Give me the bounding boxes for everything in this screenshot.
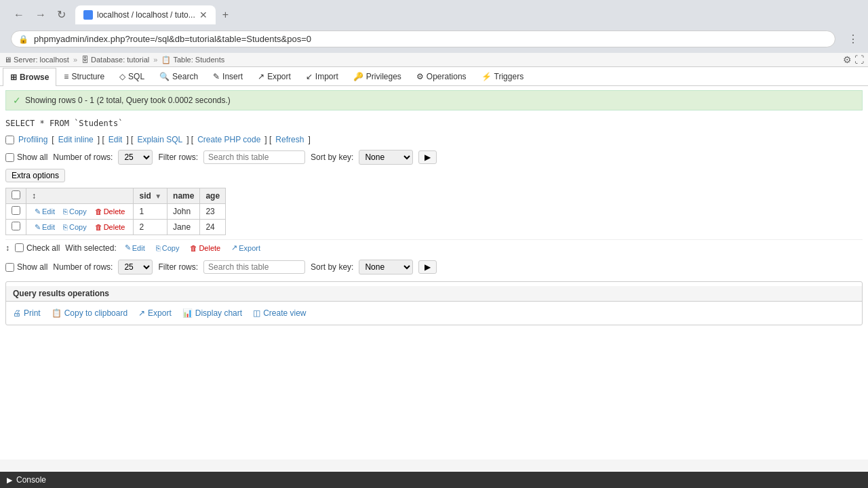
- back-button[interactable]: ←: [9, 7, 28, 22]
- search-icon: 🔍: [159, 72, 170, 81]
- profiling-link[interactable]: Profiling: [18, 135, 47, 144]
- tab-insert[interactable]: ✎ Insert: [205, 67, 250, 85]
- show-all-label[interactable]: Show all: [5, 152, 47, 162]
- selected-export-button[interactable]: ↗ Export: [229, 243, 263, 253]
- tab-sql[interactable]: ◇ SQL: [112, 67, 152, 85]
- tab-import[interactable]: ↙ Import: [298, 67, 346, 85]
- server-breadcrumb[interactable]: 🖥 Server: localhost: [4, 56, 69, 64]
- th-sid[interactable]: sid ▼: [134, 188, 167, 204]
- fullscreen-button[interactable]: ⛶: [854, 54, 864, 65]
- print-button[interactable]: 🖨 Print: [13, 308, 41, 318]
- tab-search-label: Search: [172, 72, 198, 81]
- tab-operations[interactable]: ⚙ Operations: [409, 67, 474, 85]
- sort-button-bottom[interactable]: ▶: [418, 260, 437, 274]
- edit-link[interactable]: Edit: [108, 135, 123, 144]
- display-chart-button[interactable]: 📊 Display chart: [182, 308, 242, 318]
- row2-edit-button[interactable]: ✎ Edit: [32, 222, 58, 232]
- new-tab-button[interactable]: +: [216, 5, 235, 25]
- tab-privileges[interactable]: 🔑 Privileges: [346, 67, 409, 85]
- selected-edit-button[interactable]: ✎ Edit: [122, 243, 148, 253]
- row2-checkbox[interactable]: [12, 222, 20, 230]
- row1-checkbox[interactable]: [12, 206, 20, 215]
- query-ops-title: Query results operations: [6, 286, 862, 302]
- sid-col-label: sid: [139, 191, 151, 201]
- create-php-link[interactable]: Create PHP code: [197, 135, 260, 144]
- rows-select-top[interactable]: 25 50 100 All: [118, 150, 153, 165]
- tab-operations-label: Operations: [427, 72, 467, 81]
- number-of-rows-label: Number of rows:: [53, 152, 113, 162]
- filter-input-bottom[interactable]: [203, 260, 305, 274]
- row1-name: John: [167, 204, 200, 220]
- forward-button[interactable]: →: [31, 7, 50, 22]
- row2-delete-button[interactable]: 🗑 Delete: [92, 222, 128, 232]
- extra-options-button[interactable]: Extra options: [5, 169, 65, 182]
- filter-input-top[interactable]: [203, 150, 305, 164]
- settings-button[interactable]: ⚙: [843, 54, 852, 65]
- privileges-icon: 🔑: [353, 72, 363, 81]
- check-all-button[interactable]: Check all: [15, 243, 60, 253]
- filter-rows-bottom-label: Filter rows:: [158, 262, 198, 272]
- db-breadcrumb[interactable]: 🗄 Database: tutorial: [81, 56, 149, 64]
- check-all-label: Check all: [26, 243, 60, 253]
- create-view-button[interactable]: ◫ Create view: [253, 308, 306, 318]
- profiling-checkbox[interactable]: [5, 136, 14, 144]
- export-results-button[interactable]: ↗ Export: [138, 308, 172, 318]
- sort-button-top[interactable]: ▶: [418, 150, 437, 164]
- insert-icon: ✎: [213, 72, 220, 81]
- sql-icon: ◇: [119, 72, 125, 81]
- row2-copy-button[interactable]: ⎘ Copy: [60, 222, 90, 232]
- select-all-checkbox[interactable]: [12, 190, 20, 199]
- table-breadcrumb[interactable]: 📋 Table: Students: [161, 56, 224, 64]
- row2-checkbox-cell: [6, 220, 26, 235]
- tab-browse[interactable]: ⊞ Browse: [3, 68, 56, 86]
- show-all-checkbox[interactable]: [5, 153, 14, 162]
- server-icon: 🖥: [4, 56, 12, 64]
- tab-search[interactable]: 🔍 Search: [152, 67, 205, 85]
- show-all-bottom-label[interactable]: Show all: [5, 262, 47, 272]
- selected-copy-icon: ⎘: [156, 244, 161, 252]
- selected-delete-button[interactable]: 🗑 Delete: [187, 243, 223, 253]
- operations-icon: ⚙: [416, 72, 424, 81]
- row1-edit-button[interactable]: ✎ Edit: [32, 207, 58, 217]
- selected-copy-button[interactable]: ⎘ Copy: [153, 243, 182, 253]
- import-icon: ↙: [306, 72, 313, 81]
- browser-menu-button[interactable]: ⋮: [844, 31, 863, 47]
- th-age[interactable]: age: [200, 188, 226, 204]
- row1-delete-button[interactable]: 🗑 Delete: [92, 207, 128, 216]
- th-name[interactable]: name: [167, 188, 200, 204]
- sort-select-bottom[interactable]: None: [359, 260, 413, 274]
- selected-delete-icon: 🗑: [190, 244, 197, 252]
- row2-sid: 2: [134, 220, 167, 235]
- data-table: ↕ sid ▼ name age: [5, 188, 226, 235]
- tab-structure[interactable]: ≡ Structure: [56, 67, 112, 85]
- delete-icon: 🗑: [95, 207, 102, 216]
- tab-export[interactable]: ↗ Export: [250, 67, 298, 85]
- show-all-checkbox-bottom[interactable]: [5, 263, 14, 272]
- row2-age: 24: [200, 220, 226, 235]
- sort-select-top[interactable]: None: [359, 150, 413, 165]
- refresh-button[interactable]: ↻: [53, 7, 70, 22]
- browser-tab[interactable]: localhost / localhost / tuto... ✕: [75, 5, 216, 24]
- export-results-label: Export: [148, 308, 172, 318]
- address-bar[interactable]: 🔒 phpmyadmin/index.php?route=/sql&db=tut…: [11, 30, 835, 47]
- copy-clipboard-button[interactable]: 📋 Copy to clipboard: [52, 308, 127, 318]
- success-icon: ✓: [13, 95, 21, 106]
- row1-sid: 1: [134, 204, 167, 220]
- check-all-inner-checkbox[interactable]: [15, 243, 24, 252]
- tab-insert-label: Insert: [222, 72, 243, 81]
- explain-sql-link[interactable]: Explain SQL: [137, 135, 182, 144]
- sid-sort-icon: ▼: [155, 192, 161, 200]
- refresh-link[interactable]: Refresh: [275, 135, 304, 144]
- row1-copy-button[interactable]: ⎘ Copy: [60, 207, 90, 216]
- tab-close-button[interactable]: ✕: [199, 9, 208, 20]
- create-view-label: Create view: [263, 308, 306, 318]
- edit-inline-link[interactable]: Edit inline: [58, 135, 94, 144]
- tab-triggers[interactable]: ⚡ Triggers: [474, 67, 532, 85]
- age-col-label: age: [205, 191, 220, 201]
- profiling-sep: [: [52, 135, 54, 144]
- tab-export-label: Export: [267, 72, 291, 81]
- rows-select-bottom[interactable]: 25 50 100 All: [118, 260, 153, 274]
- row2-name: Jane: [167, 220, 200, 235]
- copy-clipboard-label: Copy to clipboard: [64, 308, 127, 318]
- selected-edit-icon: ✎: [125, 243, 131, 252]
